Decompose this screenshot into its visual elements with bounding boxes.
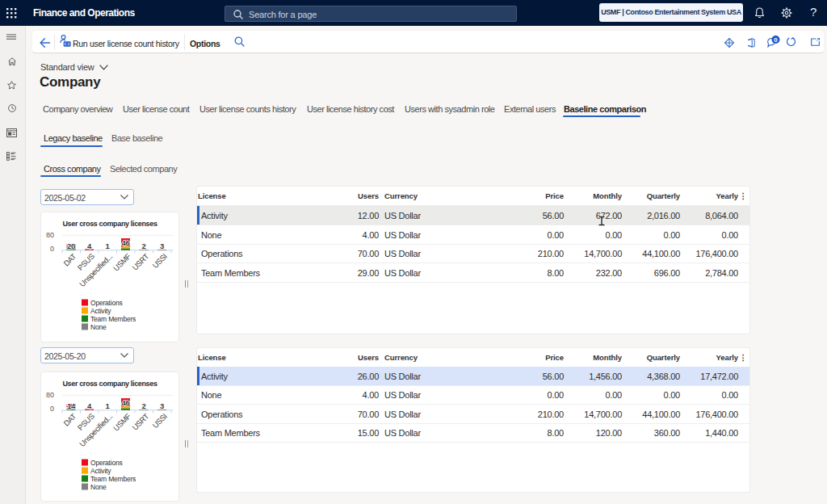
svg-text:3: 3 (160, 242, 164, 250)
svg-text:USSI: USSI (150, 252, 169, 271)
svg-text:0: 0 (50, 245, 54, 253)
svg-text:Operations: Operations (90, 459, 123, 467)
svg-text:USRT: USRT (130, 251, 150, 271)
svg-text:User cross company licenses: User cross company licenses (62, 380, 157, 388)
svg-text:None: None (90, 323, 107, 331)
svg-text:Team Members: Team Members (90, 315, 136, 323)
svg-text:80: 80 (46, 231, 54, 239)
svg-text:4: 4 (87, 401, 92, 410)
svg-text:2: 2 (142, 242, 146, 250)
svg-text:None: None (90, 483, 107, 491)
svg-text:Operations: Operations (90, 299, 123, 307)
svg-text:USRT: USRT (130, 411, 150, 431)
svg-text:USSI: USSI (150, 412, 169, 430)
svg-text:80: 80 (46, 391, 54, 399)
svg-text:1: 1 (106, 242, 111, 250)
svg-text:46: 46 (122, 398, 130, 407)
svg-text:USMF: USMF (111, 251, 132, 272)
svg-text:Team Members: Team Members (90, 475, 136, 483)
svg-text:Activity: Activity (90, 467, 111, 475)
svg-text:3: 3 (160, 401, 164, 410)
svg-text:2: 2 (142, 401, 146, 410)
svg-text:20: 20 (67, 242, 75, 250)
svg-text:1: 1 (106, 401, 111, 410)
svg-text:Activity: Activity (90, 307, 111, 315)
svg-text:0: 0 (774, 36, 778, 44)
svg-text:USMF: USMF (111, 411, 132, 432)
svg-text:User cross company licenses: User cross company licenses (62, 220, 157, 228)
svg-text:0: 0 (50, 405, 54, 413)
svg-text:46: 46 (122, 238, 130, 247)
svg-text:4: 4 (87, 242, 92, 250)
svg-text:14: 14 (67, 401, 76, 410)
